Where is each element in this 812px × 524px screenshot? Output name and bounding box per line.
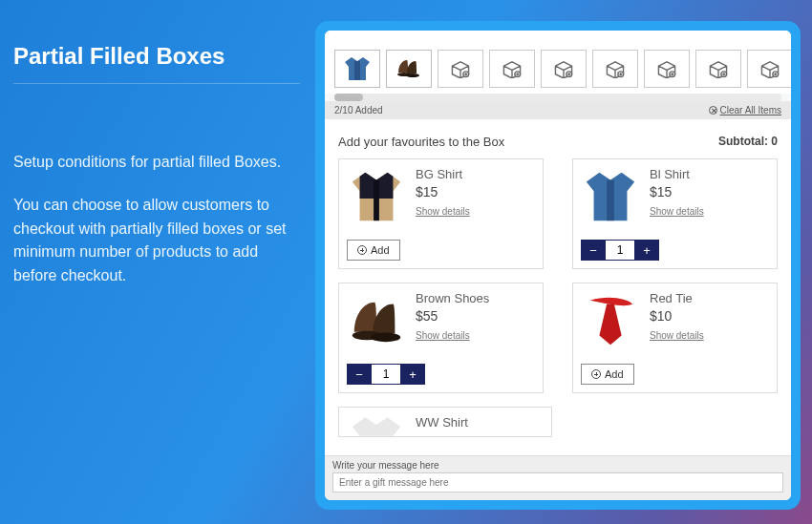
scrollbar-handle[interactable] — [334, 94, 363, 101]
box-slot-empty[interactable] — [541, 50, 587, 88]
product-card: Bl Shirt $15 Show details − + — [572, 158, 778, 269]
empty-box-icon — [759, 59, 781, 78]
product-name: Red Tie — [650, 291, 704, 305]
box-slot-empty[interactable] — [644, 50, 690, 88]
add-button[interactable]: Add — [347, 240, 400, 261]
product-price: $15 — [416, 184, 470, 199]
product-card: WW Shirt — [338, 407, 552, 437]
gift-message-block: Write your message here — [325, 455, 791, 500]
qty-decrease-button[interactable]: − — [582, 241, 605, 260]
quantity-stepper: − + — [347, 364, 425, 385]
product-card: Red Tie $10 Show details Add — [572, 283, 778, 393]
clear-all-button[interactable]: Clear All Items — [709, 105, 781, 115]
product-grid[interactable]: BG Shirt $15 Show details Add — [325, 158, 791, 455]
promo-panel: Partial Filled Boxes Setup conditions fo… — [13, 43, 300, 288]
empty-box-icon — [449, 59, 472, 78]
shirt-icon — [342, 53, 373, 84]
product-name: BG Shirt — [416, 167, 470, 181]
svg-rect-10 — [374, 180, 379, 221]
svg-rect-0 — [354, 61, 360, 80]
plus-icon — [357, 245, 367, 255]
qty-decrease-button[interactable]: − — [348, 365, 371, 384]
show-details-link[interactable]: Show details — [650, 330, 704, 341]
box-slot-empty[interactable] — [489, 50, 535, 88]
empty-box-icon — [707, 59, 730, 78]
empty-box-icon — [501, 59, 524, 78]
shirt-icon — [581, 167, 640, 226]
box-slot-filled-shirt[interactable] — [334, 50, 380, 88]
product-price: $10 — [650, 308, 704, 324]
shoes-icon — [394, 53, 424, 84]
product-image — [347, 415, 406, 436]
added-count-label: 2/10 Added — [334, 105, 383, 115]
promo-description: Setup conditions for partial filled Boxe… — [13, 151, 300, 288]
subtotal-label: Subtotal: 0 — [718, 135, 778, 149]
show-details-link[interactable]: Show details — [416, 330, 489, 341]
box-slots-scrollbar[interactable] — [334, 94, 781, 101]
svg-point-2 — [406, 73, 419, 77]
product-price: $55 — [416, 308, 489, 324]
product-name: Bl Shirt — [650, 167, 704, 181]
svg-point-13 — [371, 333, 400, 343]
box-slot-filled-shoes[interactable] — [386, 50, 432, 88]
empty-box-icon — [655, 59, 678, 78]
quantity-stepper: − + — [581, 240, 659, 261]
gift-message-label: Write your message here — [332, 460, 783, 471]
product-name: WW Shirt — [416, 415, 468, 430]
product-image — [347, 291, 406, 350]
product-section-header: Add your favourites to the Box Subtotal:… — [325, 119, 791, 158]
svg-rect-11 — [607, 180, 614, 221]
add-button[interactable]: Add — [581, 364, 634, 385]
promo-title: Partial Filled Boxes — [13, 43, 300, 84]
show-details-link[interactable]: Show details — [416, 206, 470, 217]
shoes-icon — [347, 291, 406, 350]
plus-icon — [591, 369, 601, 379]
product-name: Brown Shoes — [416, 291, 489, 305]
box-slot-empty[interactable] — [747, 50, 791, 88]
promo-para-2: You can choose to allow customers to che… — [13, 194, 300, 288]
app-window: 2/10 Added Clear All Items Add your favo… — [325, 31, 791, 500]
add-label: Add — [371, 244, 390, 256]
product-image — [347, 167, 406, 226]
show-details-link[interactable]: Show details — [650, 206, 704, 217]
empty-box-icon — [604, 59, 627, 78]
qty-input[interactable] — [605, 241, 635, 260]
product-card: BG Shirt $15 Show details Add — [338, 158, 544, 269]
qty-increase-button[interactable]: + — [635, 241, 658, 260]
gift-message-input[interactable] — [332, 472, 783, 493]
box-slot-empty[interactable] — [695, 50, 741, 88]
box-slot-empty[interactable] — [438, 50, 483, 88]
product-image — [581, 167, 640, 226]
promo-para-1: Setup conditions for partial filled Boxe… — [13, 151, 300, 175]
product-price: $15 — [650, 184, 704, 199]
box-slots-strip — [325, 31, 791, 94]
section-title: Add your favourites to the Box — [338, 135, 504, 149]
empty-box-icon — [552, 59, 575, 78]
tie-icon — [581, 291, 640, 350]
shirt-icon — [347, 396, 406, 455]
shirt-icon — [347, 167, 406, 226]
product-card: Brown Shoes $55 Show details − + — [338, 283, 544, 393]
product-image — [581, 291, 640, 350]
add-label: Add — [605, 368, 624, 380]
clear-icon — [709, 106, 717, 115]
qty-input[interactable] — [371, 365, 401, 384]
clear-all-label: Clear All Items — [720, 105, 781, 115]
box-slot-empty[interactable] — [592, 50, 638, 88]
app-frame: 2/10 Added Clear All Items Add your favo… — [315, 21, 801, 510]
qty-increase-button[interactable]: + — [401, 365, 424, 384]
box-strip-info: 2/10 Added Clear All Items — [325, 101, 791, 119]
